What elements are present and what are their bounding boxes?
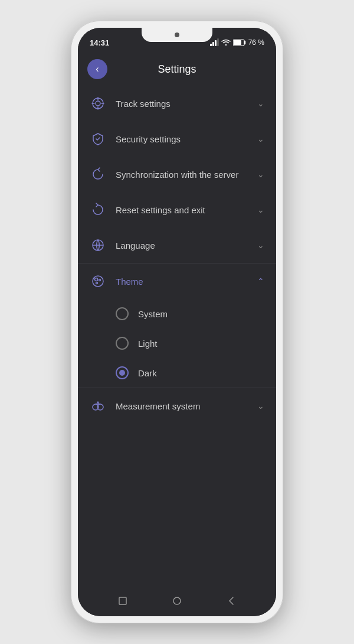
nav-back-button[interactable] xyxy=(224,594,238,608)
measurement-label: Measurement system xyxy=(116,401,257,411)
measurement-icon xyxy=(90,398,106,414)
settings-item-security[interactable]: Security settings ⌄ xyxy=(78,121,276,157)
track-chevron-icon: ⌄ xyxy=(257,99,264,108)
notch-camera xyxy=(175,32,179,37)
theme-icon xyxy=(90,273,106,290)
settings-item-measurement[interactable]: Measurement system ⌄ xyxy=(78,388,276,424)
security-icon xyxy=(90,131,106,147)
settings-item-track[interactable]: Track settings ⌄ xyxy=(78,86,276,121)
svg-point-7 xyxy=(95,278,98,281)
sync-icon xyxy=(90,166,106,183)
svg-point-8 xyxy=(99,279,101,281)
reset-icon xyxy=(90,201,106,218)
reset-label: Reset settings and exit xyxy=(116,205,257,215)
status-right: 76 % xyxy=(210,38,264,47)
radio-system xyxy=(116,307,129,320)
sync-chevron-icon: ⌄ xyxy=(257,170,264,179)
svg-rect-2 xyxy=(234,40,241,45)
settings-item-sync[interactable]: Synchronization with the server ⌄ xyxy=(78,157,276,192)
svg-point-6 xyxy=(93,276,103,287)
app-header: ‹ Settings xyxy=(78,53,276,86)
nav-square-button[interactable] xyxy=(116,594,130,608)
theme-option-dark[interactable]: Dark xyxy=(78,358,276,388)
theme-option-light[interactable]: Light xyxy=(78,328,276,358)
signal-icon xyxy=(210,39,219,46)
theme-label: Theme xyxy=(116,277,257,287)
radio-dark-dot xyxy=(119,370,125,376)
security-settings-label: Security settings xyxy=(116,134,257,144)
svg-point-13 xyxy=(173,597,181,604)
theme-system-label: System xyxy=(138,309,168,319)
track-icon xyxy=(90,95,106,112)
sync-label: Synchronization with the server xyxy=(116,170,257,180)
reset-chevron-icon: ⌄ xyxy=(257,205,264,214)
svg-point-9 xyxy=(96,282,98,284)
notch xyxy=(142,28,212,42)
radio-light xyxy=(116,337,129,350)
theme-light-label: Light xyxy=(138,339,158,349)
settings-list: Track settings ⌄ Security settings ⌄ xyxy=(78,86,276,586)
status-time: 14:31 xyxy=(90,38,109,47)
back-button[interactable]: ‹ xyxy=(87,59,107,79)
svg-rect-12 xyxy=(119,597,126,604)
radio-dark xyxy=(116,366,129,379)
measurement-chevron-icon: ⌄ xyxy=(257,401,264,411)
bottom-nav xyxy=(78,586,276,616)
theme-chevron-icon: ⌃ xyxy=(257,277,264,286)
settings-item-reset[interactable]: Reset settings and exit ⌄ xyxy=(78,192,276,227)
language-chevron-icon: ⌄ xyxy=(257,240,264,250)
theme-dark-label: Dark xyxy=(138,368,157,378)
page-title: Settings xyxy=(158,63,196,76)
settings-item-language[interactable]: Language ⌄ xyxy=(78,227,276,263)
back-arrow-icon: ‹ xyxy=(96,64,99,74)
track-settings-label: Track settings xyxy=(116,99,257,109)
wifi-icon xyxy=(221,39,231,46)
settings-item-theme[interactable]: Theme ⌃ xyxy=(78,264,276,299)
battery-text: 76 % xyxy=(248,38,264,47)
theme-option-system[interactable]: System xyxy=(78,299,276,328)
svg-point-4 xyxy=(96,101,100,106)
phone-screen: 14:31 76 % xyxy=(78,28,276,616)
battery-icon xyxy=(233,39,246,46)
nav-circle-button[interactable] xyxy=(170,594,184,608)
language-label: Language xyxy=(116,240,257,251)
svg-point-0 xyxy=(225,44,226,45)
phone-frame: 14:31 76 % xyxy=(71,21,283,623)
security-chevron-icon: ⌄ xyxy=(257,134,264,144)
language-icon xyxy=(90,237,106,253)
